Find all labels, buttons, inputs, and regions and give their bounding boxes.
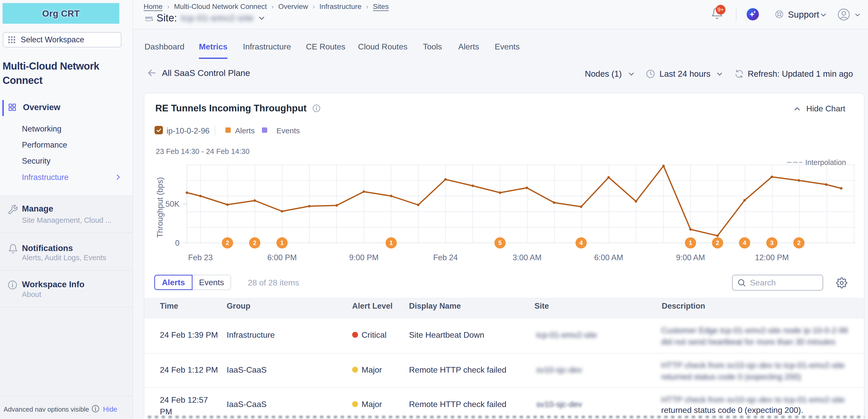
svg-text:2: 2: [797, 239, 800, 246]
svg-text:3: 3: [770, 239, 773, 246]
svg-text:1: 1: [390, 239, 393, 246]
svg-text:Interpolation: Interpolation: [805, 159, 846, 166]
svg-text:2: 2: [716, 239, 719, 246]
svg-text:12:00 PM: 12:00 PM: [755, 253, 789, 262]
svg-text:2: 2: [253, 239, 256, 246]
svg-text:Feb 24: Feb 24: [433, 253, 458, 262]
svg-text:9:00 PM: 9:00 PM: [349, 253, 378, 262]
svg-text:6:00 PM: 6:00 PM: [267, 253, 297, 262]
svg-text:6:00 AM: 6:00 AM: [594, 253, 623, 262]
svg-text:2: 2: [226, 239, 229, 246]
svg-text:Feb 23: Feb 23: [188, 253, 213, 262]
svg-text:1: 1: [689, 239, 692, 246]
svg-text:4: 4: [743, 239, 746, 246]
svg-text:0: 0: [175, 238, 180, 248]
svg-text:4: 4: [579, 239, 583, 246]
svg-text:5: 5: [498, 239, 502, 246]
svg-text:9:00 AM: 9:00 AM: [676, 253, 705, 262]
svg-text:3:00 AM: 3:00 AM: [513, 253, 541, 262]
svg-text:50K: 50K: [165, 199, 180, 208]
svg-text:1: 1: [280, 239, 284, 246]
svg-text:Throughput (bps): Throughput (bps): [156, 177, 164, 238]
